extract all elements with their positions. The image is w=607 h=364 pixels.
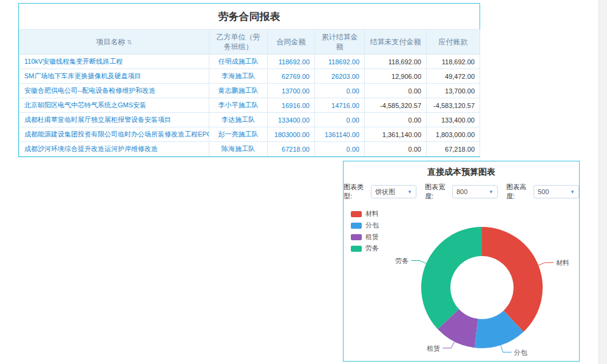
table-row: SM广场地下车库更换摄像机及硬盘项目李海施工队62769.0026203.001…: [19, 69, 480, 84]
settled-amount-cell: 0.00: [315, 84, 365, 98]
chart-controls: 图表类型:饼状图▼图表宽度:800▼图表高度:500▼: [344, 181, 579, 203]
table-row: 成都杜甫草堂临时展厅独立展柜报警设备安装项目李达施工队133400.000.00…: [19, 113, 480, 127]
pie-slice-label: 劳务: [395, 257, 409, 265]
legend-swatch: [351, 246, 362, 252]
chevron-down-icon: ▼: [407, 189, 412, 195]
control-label: 图表宽度:: [425, 183, 450, 201]
table-row: 成都能源建设集团投资有限公司临时办公场所装修改造工程EPC彭一亮施工队18030…: [19, 127, 480, 142]
legend-label: 材料: [365, 209, 379, 218]
unpaid-amount-cell: 12,906.00: [365, 69, 427, 84]
contract-amount-cell: 16916.00: [268, 98, 315, 113]
project-name-cell[interactable]: 成都能源建设集团投资有限公司临时办公场所装修改造工程EPC: [19, 127, 209, 142]
column-header-4: 结算未支付金额: [365, 30, 427, 55]
select-value: 800: [456, 188, 467, 195]
control-label: 图表高度:: [506, 183, 531, 201]
contract-amount-cell: 13700.00: [268, 84, 315, 98]
unit-cell: 李达施工队: [209, 113, 268, 127]
column-header-label: 乙方单位（劳务班组）: [217, 33, 260, 51]
chart-control-chart-width: 图表宽度:800▼: [425, 183, 498, 201]
payable-cell: 49,472.00: [427, 69, 480, 84]
payable-cell: 13,700.00: [427, 84, 480, 98]
unit-cell: 李海施工队: [209, 69, 268, 84]
legend-label: 劳务: [365, 244, 379, 253]
page-edge: [599, 0, 607, 364]
project-name-cell[interactable]: SM广场地下车库更换摄像机及硬盘项目: [19, 69, 209, 84]
settled-amount-cell: 14716.00: [315, 98, 365, 113]
unit-cell: 李小平施工队: [209, 98, 268, 113]
control-label: 图表类型:: [344, 183, 368, 201]
pie-slice-label: 租赁: [427, 345, 440, 352]
pie-slice-0[interactable]: [482, 227, 543, 332]
legend-item-2[interactable]: 租赁: [351, 232, 379, 241]
legend-item-0[interactable]: 材料: [351, 209, 379, 218]
column-header-label: 项目名称: [96, 38, 125, 46]
payable-cell: 1,803,000.00: [427, 127, 480, 142]
legend-item-1[interactable]: 分包: [351, 221, 379, 230]
pie-slice-label: 材料: [556, 259, 569, 266]
pie-label-line: [443, 342, 454, 348]
table-header: 项目名称⇅乙方单位（劳务班组）合同金额累计结算金额结算未支付金额应付账款: [19, 30, 480, 55]
unpaid-amount-cell: 0.00: [365, 113, 427, 127]
contract-amount-cell: 133400.00: [268, 113, 315, 127]
pie-slice-label: 分包: [514, 349, 528, 356]
legend-swatch: [351, 234, 362, 240]
table-row: 成都沙河环境综合提升改造运河护岸维修改造陈海施工队67218.000.000.0…: [19, 142, 480, 157]
column-header-label: 累计结算金额: [322, 33, 358, 51]
contract-amount-cell: 118692.00: [268, 55, 315, 69]
table-header-row: 项目名称⇅乙方单位（劳务班组）合同金额累计结算金额结算未支付金额应付账款: [19, 30, 480, 55]
pie-slice-3[interactable]: [421, 227, 482, 329]
unpaid-amount-cell: 0.00: [365, 84, 427, 98]
chart-height-select[interactable]: 500▼: [534, 185, 579, 198]
column-header-label: 合同金额: [277, 38, 306, 46]
legend-label: 分包: [365, 221, 379, 230]
chevron-down-icon: ▼: [489, 189, 493, 195]
column-header-label: 结算未支付金额: [370, 38, 421, 46]
unpaid-amount-cell: 1,361,140.00: [365, 127, 427, 142]
sort-icon[interactable]: ⇅: [127, 39, 132, 46]
pie-chart-svg: 材料分包租赁劳务: [344, 203, 579, 364]
column-header-2: 合同金额: [268, 30, 315, 55]
project-name-cell[interactable]: 安徽合肥供电公司--配电设备检修维护和改造: [19, 84, 209, 98]
settled-amount-cell: 118692.00: [315, 55, 365, 69]
payable-cell: -4,583,120.57: [427, 98, 480, 113]
direct-cost-chart-panel: 直接成本预算图表 图表类型:饼状图▼图表宽度:800▼图表高度:500▼ 材料分…: [343, 161, 580, 362]
chart-body: 材料分包租赁劳务 材料分包租赁劳务: [344, 203, 579, 364]
chart-legend: 材料分包租赁劳务: [351, 209, 379, 255]
labor-contract-report-panel: 劳务合同报表 项目名称⇅乙方单位（劳务班组）合同金额累计结算金额结算未支付金额应…: [18, 3, 480, 157]
legend-swatch: [351, 223, 362, 229]
report-title: 劳务合同报表: [19, 4, 480, 29]
column-header-5: 应付账款: [427, 30, 480, 55]
table-row: 110kV安徽线程集变开断线路工程任明成施工队118692.00118692.0…: [19, 55, 480, 69]
column-header-label: 应付账款: [439, 38, 468, 46]
project-name-cell[interactable]: 成都沙河环境综合提升改造运河护岸维修改造: [19, 142, 209, 157]
column-header-0[interactable]: 项目名称⇅: [19, 30, 209, 55]
labor-contract-table: 项目名称⇅乙方单位（劳务班组）合同金额累计结算金额结算未支付金额应付账款 110…: [19, 29, 480, 157]
settled-amount-cell: 0.00: [315, 113, 365, 127]
settled-amount-cell: 0.00: [315, 142, 365, 157]
chart-type-select[interactable]: 饼状图▼: [371, 185, 416, 198]
payable-cell: 133,400.00: [427, 113, 480, 127]
select-value: 500: [538, 188, 549, 195]
table-body: 110kV安徽线程集变开断线路工程任明成施工队118692.00118692.0…: [19, 55, 480, 157]
unit-cell: 彭一亮施工队: [209, 127, 268, 142]
unit-cell: 陈海施工队: [209, 142, 268, 157]
chart-width-select[interactable]: 800▼: [452, 185, 498, 198]
chart-control-chart-height: 图表高度:500▼: [506, 183, 579, 201]
pie-label-line: [538, 263, 554, 265]
project-name-cell[interactable]: 成都杜甫草堂临时展厅独立展柜报警设备安装项目: [19, 113, 209, 127]
unit-cell: 黄志鹏施工队: [209, 84, 268, 98]
select-value: 饼状图: [375, 187, 395, 197]
legend-item-3[interactable]: 劳务: [351, 244, 379, 253]
chart-control-chart-type: 图表类型:饼状图▼: [344, 183, 416, 201]
column-header-3: 累计结算金额: [315, 30, 365, 55]
payable-cell: 118,692.00: [427, 55, 480, 69]
settled-amount-cell: 26203.00: [315, 69, 365, 84]
project-name-cell[interactable]: 北京朝阳区电气中芯特气系统之GMS安装: [19, 98, 209, 113]
legend-swatch: [351, 211, 362, 217]
contract-amount-cell: 62769.00: [268, 69, 315, 84]
unit-cell: 任明成施工队: [209, 55, 268, 69]
unpaid-amount-cell: 0.00: [365, 142, 427, 157]
pie-label-line: [501, 345, 512, 352]
project-name-cell[interactable]: 110kV安徽线程集变开断线路工程: [19, 55, 209, 69]
table-row: 北京朝阳区电气中芯特气系统之GMS安装李小平施工队16916.0014716.0…: [19, 98, 480, 113]
